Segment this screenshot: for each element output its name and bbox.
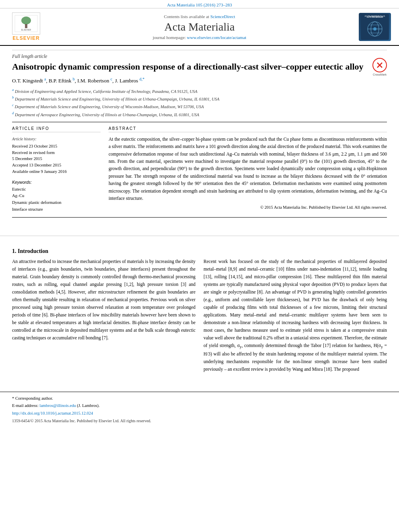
homepage-link[interactable]: www.elsevier.com/locate/actamat	[187, 35, 247, 40]
abstract-text: At the eutectic composition, the silver–…	[109, 136, 387, 211]
doi-link[interactable]: http://dx.doi.org/10.1016/j.actamat.2015…	[12, 411, 93, 415]
citation-bar: Acta Materialia 105 (2016) 273–283	[0, 0, 399, 8]
intro-left-column: An attractive method to increase the mec…	[12, 258, 195, 376]
history-label: Article history:	[12, 136, 101, 142]
journal-header: ELSEVIER ELSEVIER Contents lists availab…	[0, 8, 399, 46]
sciencedirect-link[interactable]: ScienceDirect	[210, 14, 235, 19]
introduction-title: 1. Introduction	[12, 248, 387, 255]
svg-point-11	[373, 27, 376, 31]
article-title: Anisotropic dynamic compression response…	[12, 61, 387, 73]
svg-point-1	[21, 16, 31, 25]
svg-rect-2	[25, 24, 27, 28]
history-received: Received 23 October 2015	[12, 143, 101, 150]
affiliation-b: b Department of Materials Science and En…	[12, 95, 387, 102]
journal-logo-image: ACTA MATERIALIA	[359, 13, 391, 41]
footnote-area: * Corresponding author. E-mail address: …	[0, 392, 399, 424]
article-info-column: ARTICLE INFO Article history: Received 2…	[12, 126, 101, 213]
email-link[interactable]: lambros@illinois.edu	[39, 403, 76, 408]
affiliation-d: d Department of Aerospace Engineering, U…	[12, 111, 387, 118]
svg-text:ELSEVIER: ELSEVIER	[21, 29, 31, 31]
elsevier-logo-image: ELSEVIER	[12, 12, 40, 35]
affiliation-a: a Division of Engineering and Applied Sc…	[12, 87, 387, 94]
keyword-3: Dynamic plastic deformation	[12, 199, 101, 206]
keyword-4: Interface structure	[12, 206, 101, 213]
history-revised-label: Received in revised form	[12, 150, 101, 156]
keyword-1: Eutectic	[12, 186, 101, 193]
homepage-line: journal homepage: www.elsevier.com/locat…	[44, 35, 355, 40]
elsevier-brand: ELSEVIER	[12, 35, 39, 41]
elsevier-logo: ELSEVIER ELSEVIER	[8, 12, 44, 41]
email-note: E-mail address: lambros@illinois.edu (J.…	[12, 403, 387, 409]
contents-line: Contents lists available at ScienceDirec…	[44, 14, 355, 19]
svg-text:ACTA MATERIALIA: ACTA MATERIALIA	[367, 16, 383, 18]
section-divider	[0, 236, 399, 236]
authors-line: O.T. Kingstedt a, B.P. Eftink b, I.M. Ro…	[12, 77, 387, 84]
abstract-column: ABSTRACT At the eutectic composition, th…	[109, 126, 387, 213]
introduction-columns: An attractive method to increase the mec…	[12, 258, 387, 376]
journal-logo: ACTA MATERIALIA	[355, 13, 391, 41]
keywords-section: Keywords: Eutectic Ag–Cu Dynamic plastic…	[12, 179, 101, 213]
article-info-abstract: ARTICLE INFO Article history: Received 2…	[12, 122, 387, 218]
abstract-label: ABSTRACT	[109, 126, 387, 132]
journal-title: Acta Materialia	[44, 21, 355, 33]
intro-left-para-1: An attractive method to increase the mec…	[12, 258, 195, 342]
history-revised-date: 5 December 2015	[12, 156, 101, 162]
intro-right-para-1: Recent work has focused on the study of …	[204, 258, 387, 373]
crossmark-circle	[372, 58, 387, 72]
crossmark-badge: CrossMark	[372, 58, 387, 76]
corresponding-note: * Corresponding author.	[12, 395, 387, 402]
crossmark-label: CrossMark	[373, 73, 387, 76]
abstract-copyright: © 2015 Acta Materialia Inc. Published by…	[109, 204, 387, 211]
authors-text: O.T. Kingstedt a, B.P. Eftink b, I.M. Ro…	[12, 78, 144, 84]
affiliation-c: c Department of Materials Science and En…	[12, 103, 387, 110]
bottom-copyright: 1359-6454/© 2015 Acta Materialia Inc. Pu…	[12, 418, 387, 424]
citation-text: Acta Materialia 105 (2016) 273–283	[167, 2, 232, 7]
article-history: Article history: Received 23 October 201…	[12, 136, 101, 175]
keyword-2: Ag–Cu	[12, 193, 101, 199]
doi-line: http://dx.doi.org/10.1016/j.actamat.2015…	[12, 410, 387, 417]
article-type: Full length article	[12, 50, 387, 60]
journal-center-info: Contents lists available at ScienceDirec…	[44, 14, 355, 40]
main-content: 1. Introduction An attractive method to …	[0, 240, 399, 384]
history-accepted: Accepted 13 December 2015	[12, 162, 101, 168]
keywords-label: Keywords:	[12, 180, 32, 185]
intro-right-column: Recent work has focused on the study of …	[204, 258, 387, 376]
article-body: CrossMark Full length article Anisotropi…	[0, 46, 399, 232]
history-available: Available online 9 January 2016	[12, 168, 101, 175]
article-info-label: ARTICLE INFO	[12, 126, 101, 132]
affiliations: a Division of Engineering and Applied Sc…	[12, 87, 387, 118]
